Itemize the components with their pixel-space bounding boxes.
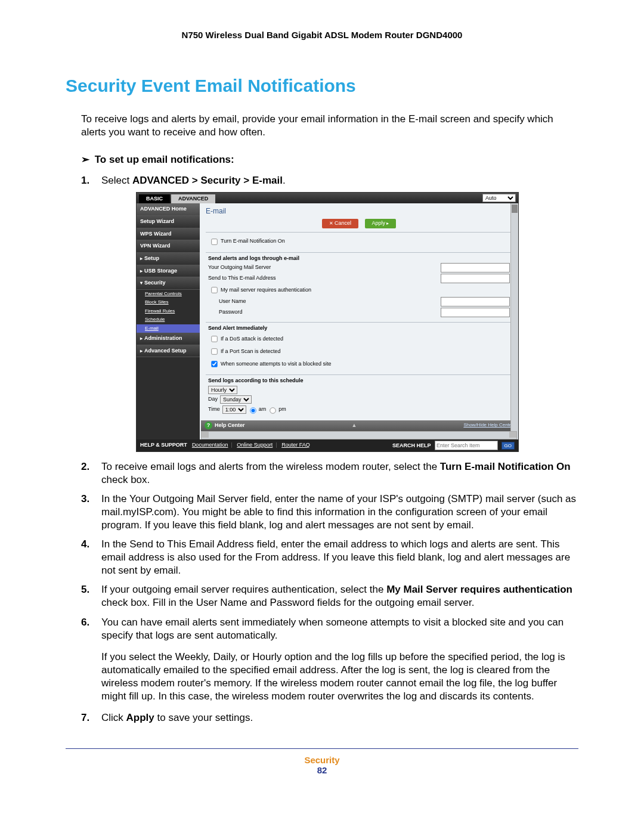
help-center-label: Help Center	[215, 422, 245, 428]
step-2-pre: To receive email logs and alerts from th…	[101, 461, 440, 472]
dos-checkbox[interactable]	[211, 336, 217, 342]
support-faq-link[interactable]: Router FAQ	[281, 442, 310, 448]
step-5: If your outgoing email server requires a…	[81, 583, 578, 609]
sidebar-advanced-setup[interactable]: ▸Advanced Setup	[137, 345, 200, 358]
caret-right-icon: ▸	[140, 256, 143, 261]
step-5-bold: My Mail Server requires authentication	[386, 584, 572, 595]
step-7-pre: Click	[101, 712, 126, 723]
step-5-post: check box. Fill in the User Name and Pas…	[101, 597, 475, 608]
tab-advanced[interactable]: ADVANCED	[171, 194, 215, 203]
go-button[interactable]: GO	[501, 442, 515, 450]
day-select[interactable]: Sunday	[220, 395, 252, 404]
sidebar-advanced-home[interactable]: ADVANCED Home	[137, 203, 200, 216]
help-toggle-link[interactable]: Show/Hide Help Center	[463, 422, 513, 428]
auth-label: My mail server requires authentication	[221, 287, 510, 294]
step-2-post: check box.	[101, 474, 150, 485]
support-online-link[interactable]: Online Support	[237, 442, 273, 448]
sendto-input[interactable]	[441, 274, 510, 283]
tab-bar: BASIC ADVANCED Auto	[137, 193, 518, 203]
sidebar-wps-wizard[interactable]: WPS Wizard	[137, 228, 200, 241]
sidebar-administration[interactable]: ▸Administration	[137, 333, 200, 345]
am-label: am	[259, 406, 267, 413]
password-label: Password	[208, 309, 441, 316]
sidebar-block-sites[interactable]: Block Sites	[137, 298, 200, 306]
sidebar-schedule[interactable]: Schedule	[137, 315, 200, 324]
support-doc-link[interactable]: Documentation	[192, 442, 228, 448]
pm-radio[interactable]	[270, 407, 275, 413]
step-4: In the Send to This Email Address field,…	[81, 538, 578, 577]
step-2: To receive email logs and alerts from th…	[81, 460, 578, 487]
smtp-input[interactable]	[441, 263, 510, 272]
blocked-label: When someone attempts to visit a blocked…	[221, 361, 510, 368]
portscan-checkbox[interactable]	[211, 348, 217, 354]
router-screenshot: BASIC ADVANCED Auto ADVANCED Home Setup …	[136, 192, 519, 451]
send-header: Send alerts and logs through e-mail	[208, 255, 510, 262]
vertical-scrollbar[interactable]	[510, 203, 518, 439]
chevron-up-icon: ▲	[351, 422, 357, 429]
pm-label: pm	[278, 406, 286, 413]
cancel-button[interactable]: Cancel	[322, 219, 358, 228]
username-label: User Name	[208, 298, 441, 305]
search-help-label: SEARCH HELP	[392, 442, 431, 448]
step-6-text: You can have email alerts sent immediate…	[101, 617, 564, 641]
tab-basic[interactable]: BASIC	[139, 194, 170, 203]
schedule-header: Send logs according to this schedule	[208, 377, 510, 385]
page-footer: Security 82	[66, 755, 578, 775]
portscan-label: If a Port Scan is detected	[221, 348, 510, 355]
step-1-post: .	[283, 175, 286, 186]
caret-down-icon: ▾	[140, 280, 143, 286]
step-7-bold: Apply	[126, 712, 154, 723]
step-1-bold: ADVANCED > Security > E-mail	[132, 175, 283, 186]
sidebar-setup[interactable]: ▸Setup	[137, 253, 200, 265]
auth-checkbox[interactable]	[211, 287, 217, 293]
scroll-left-icon[interactable]	[202, 432, 209, 438]
scroll-right-icon[interactable]	[509, 432, 516, 438]
password-input[interactable]	[441, 308, 510, 317]
footer-divider	[66, 748, 578, 749]
task-heading-text: To set up email notifications:	[95, 154, 234, 165]
blocked-checkbox[interactable]	[211, 361, 217, 367]
search-help-input[interactable]	[435, 441, 498, 450]
sidebar-security[interactable]: ▾Security	[137, 277, 200, 290]
step-7: Click Apply to save your settings.	[81, 711, 578, 724]
sidebar: ADVANCED Home Setup Wizard WPS Wizard VP…	[137, 203, 200, 439]
sidebar-email[interactable]: E-mail	[137, 324, 200, 333]
time-label: Time	[208, 406, 220, 413]
refresh-select[interactable]: Auto	[482, 194, 516, 202]
username-input[interactable]	[441, 297, 510, 306]
alert-header: Send Alert Immediately	[208, 325, 510, 332]
footer-category: Security	[66, 755, 578, 765]
doc-header: N750 Wireless Dual Band Gigabit ADSL Mod…	[66, 30, 578, 40]
footer-page-number: 82	[66, 765, 578, 775]
support-bar: HELP & SUPPORT Documentation| Online Sup…	[137, 439, 518, 451]
step-1: Select ADVANCED > Security > E-mail. BAS…	[81, 174, 578, 451]
step-2-bold: Turn E-mail Notification On	[440, 461, 571, 472]
sidebar-usb-storage[interactable]: ▸USB Storage	[137, 265, 200, 278]
help-icon: ?	[205, 422, 212, 429]
help-center-bar[interactable]: ?Help Center ▲ Show/Hide Help Center	[201, 420, 517, 431]
horizontal-scrollbar[interactable]	[201, 431, 517, 439]
refresh-dropdown[interactable]: Auto	[482, 194, 516, 202]
dos-label: If a DoS attack is detected	[221, 336, 510, 343]
intro-paragraph: To receive logs and alerts by email, pro…	[81, 113, 578, 139]
step-1-pre: Select	[101, 175, 132, 186]
panel-title: E-mail	[200, 203, 518, 218]
step-6-extra: If you select the Weekly, Daily, or Hour…	[101, 651, 578, 703]
content-panel: E-mail Cancel Apply Turn E-mail Notifica…	[200, 203, 518, 439]
turn-on-label: Turn E-mail Notification On	[221, 238, 510, 245]
sidebar-setup-wizard[interactable]: Setup Wizard	[137, 216, 200, 228]
smtp-label: Your Outgoing Mail Server	[208, 264, 441, 271]
turn-on-checkbox[interactable]	[211, 239, 217, 244]
sidebar-parental-controls[interactable]: Parental Controls	[137, 290, 200, 298]
task-heading: ➢ To set up email notifications:	[81, 153, 578, 166]
step-5-pre: If your outgoing email server requires a…	[101, 584, 386, 595]
sidebar-firewall-rules[interactable]: Firewall Rules	[137, 307, 200, 315]
time-select[interactable]: 1:00	[222, 405, 246, 414]
caret-right-icon: ▸	[140, 348, 143, 354]
apply-button[interactable]: Apply	[365, 219, 397, 228]
section-title: Security Event Email Notifications	[66, 76, 578, 96]
am-radio[interactable]	[250, 407, 256, 413]
arrow-icon: ➢	[81, 153, 92, 166]
sidebar-vpn-wizard[interactable]: VPN Wizard	[137, 240, 200, 253]
schedule-select[interactable]: Hourly	[208, 386, 237, 394]
